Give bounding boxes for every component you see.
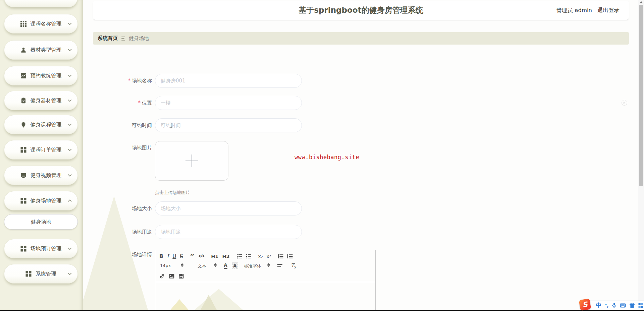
sogou-ime-logo[interactable]: S bbox=[579, 299, 591, 311]
sidebar-item-label: 健身视频管理 bbox=[31, 172, 62, 179]
form-row-available-time: 可约时间 bbox=[100, 118, 302, 132]
sidebar-item-coach-booking[interactable]: 预约教练管理 bbox=[4, 66, 78, 85]
watermark-text: www.bishebang.site bbox=[294, 154, 359, 161]
bold-button[interactable]: B bbox=[159, 254, 163, 259]
ime-toolbar: 中 °, bbox=[585, 301, 644, 310]
sidebar-item-gym-equipment[interactable]: 健身器材管理 bbox=[4, 91, 78, 110]
code-button[interactable]: </> bbox=[198, 254, 204, 258]
image-upload-box[interactable] bbox=[155, 141, 228, 181]
available-time-input[interactable] bbox=[155, 118, 302, 132]
sidebar-item-label: 系统管理 bbox=[36, 270, 56, 277]
sidebar-item-system-manage[interactable]: 系统管理 bbox=[4, 264, 78, 284]
font-size-select[interactable]: 14px bbox=[160, 263, 171, 268]
grid-3x3-icon bbox=[20, 21, 26, 27]
venue-size-input[interactable] bbox=[155, 201, 302, 215]
vertical-scrollbar[interactable] bbox=[638, 0, 644, 311]
sidebar-subitem-label: 健身场地 bbox=[31, 219, 51, 225]
location-input[interactable] bbox=[155, 96, 302, 110]
sidebar-item-label: 场地预订管理 bbox=[31, 245, 62, 252]
chevron-down-icon bbox=[68, 148, 72, 151]
chevron-down-icon bbox=[68, 99, 72, 102]
scrollbar-thumb[interactable] bbox=[639, 5, 643, 186]
text-highlight-button[interactable]: A bbox=[232, 262, 238, 269]
sidebar-item-label: 课程名称管理 bbox=[31, 20, 62, 27]
breadcrumb-home[interactable]: 系统首页 bbox=[98, 35, 118, 42]
editor-content-area[interactable] bbox=[155, 282, 375, 311]
heading2-button[interactable]: H2 bbox=[222, 254, 229, 259]
field-label: *场地名称 bbox=[100, 78, 152, 84]
grid-2x2-icon bbox=[20, 147, 26, 153]
chevron-up-icon bbox=[68, 199, 72, 202]
user-box: 管理员 admin 退出登录 bbox=[556, 1, 620, 20]
clear-format-button[interactable]: Tx bbox=[291, 262, 297, 269]
chart-icon bbox=[20, 73, 26, 79]
ordered-list-button[interactable] bbox=[236, 254, 242, 259]
sidebar-item-label: 健身器材管理 bbox=[31, 97, 62, 104]
text-cursor bbox=[169, 123, 173, 129]
breadcrumb: 系统首页 健身场地 bbox=[93, 32, 629, 45]
ime-punctuation[interactable]: °, bbox=[605, 303, 608, 308]
field-label: 场地图片 bbox=[100, 141, 152, 151]
field-label: 场地用途 bbox=[100, 229, 152, 235]
heading1-button[interactable]: H1 bbox=[211, 254, 218, 259]
user-icon bbox=[20, 47, 26, 53]
outdent-button[interactable] bbox=[278, 254, 283, 259]
italic-button[interactable]: I bbox=[167, 254, 169, 259]
form-row-venue-size: 场地大小 bbox=[100, 201, 302, 215]
chevron-down-icon bbox=[68, 247, 72, 250]
sidebar-item-gym-venue[interactable]: 健身场地管理 bbox=[4, 191, 78, 210]
ime-chinese-mode[interactable]: 中 bbox=[596, 302, 601, 309]
sidebar-item-course-order[interactable]: 课程订单管理 bbox=[4, 140, 78, 160]
text-color-button[interactable]: A bbox=[224, 262, 227, 269]
sidebar-item-label: 预约教练管理 bbox=[31, 72, 62, 79]
form-row-venue-image: 场地图片 bbox=[100, 141, 228, 181]
font-family-select[interactable]: 标准字体 bbox=[244, 263, 261, 269]
blockquote-button[interactable]: ” bbox=[190, 254, 195, 258]
font-size-spinner-icon[interactable] bbox=[181, 263, 183, 267]
menu-grid-icon[interactable] bbox=[638, 303, 643, 308]
sidebar-item-course-name[interactable]: 课程名称管理 bbox=[4, 14, 78, 34]
venue-name-input[interactable] bbox=[155, 74, 302, 88]
field-label: 场地大小 bbox=[100, 205, 152, 212]
page-title: 基于springboot的健身房管理系统 bbox=[93, 1, 629, 20]
chevron-down-icon bbox=[68, 272, 72, 275]
subscript-button[interactable]: x₂ bbox=[258, 254, 263, 259]
lightbulb-icon bbox=[20, 122, 26, 128]
indent-button[interactable] bbox=[287, 254, 293, 259]
field-label: 场地详情 bbox=[100, 250, 152, 258]
user-role: 管理员 bbox=[556, 7, 573, 13]
sidebar-item-label: 课程订单管理 bbox=[31, 146, 62, 153]
grid-2x2-icon bbox=[20, 198, 26, 204]
sidebar-item-equipment-type[interactable]: 器材类型管理 bbox=[4, 40, 78, 60]
sidebar-item-venue-booking[interactable]: 场地预订管理 bbox=[4, 239, 78, 258]
required-marker: * bbox=[138, 100, 141, 106]
form-row-venue-purpose: 场地用途 bbox=[100, 225, 302, 239]
sidebar-item-gym-course[interactable]: 健身课程管理 bbox=[4, 115, 78, 134]
breadcrumb-current: 健身场地 bbox=[129, 35, 149, 42]
insert-image-button[interactable] bbox=[169, 274, 174, 279]
scroll-up-arrow-icon[interactable] bbox=[640, 1, 643, 3]
font-family-spinner-icon[interactable] bbox=[267, 263, 270, 267]
keyboard-icon[interactable] bbox=[620, 303, 626, 308]
sidebar-item-gym-video[interactable]: 健身视频管理 bbox=[4, 166, 78, 185]
logout-link[interactable]: 退出登录 bbox=[597, 7, 620, 14]
superscript-button[interactable]: x² bbox=[267, 254, 271, 259]
required-marker: * bbox=[128, 78, 131, 84]
skin-icon[interactable] bbox=[629, 303, 635, 308]
venue-purpose-input[interactable] bbox=[155, 225, 302, 239]
underline-button[interactable]: U bbox=[172, 254, 176, 259]
link-button[interactable] bbox=[159, 273, 165, 279]
sidebar-item-label: 健身课程管理 bbox=[31, 121, 62, 128]
user-role-and-name: 管理员 admin bbox=[556, 7, 592, 14]
bullet-list-button[interactable] bbox=[246, 254, 252, 259]
sidebar-subitem-gym-venue[interactable]: 健身场地 bbox=[4, 214, 78, 230]
paragraph-format-select[interactable]: 文本 bbox=[198, 263, 206, 269]
insert-video-button[interactable] bbox=[179, 274, 184, 279]
paragraph-spinner-icon[interactable] bbox=[214, 263, 217, 267]
strikethrough-button[interactable]: S bbox=[180, 254, 183, 259]
sidebar-item-partial[interactable] bbox=[4, 0, 78, 7]
clipboard-check-icon bbox=[20, 98, 26, 104]
microphone-icon[interactable] bbox=[612, 303, 616, 308]
form-row-venue-name: *场地名称 bbox=[100, 74, 302, 88]
align-button[interactable] bbox=[277, 264, 282, 267]
